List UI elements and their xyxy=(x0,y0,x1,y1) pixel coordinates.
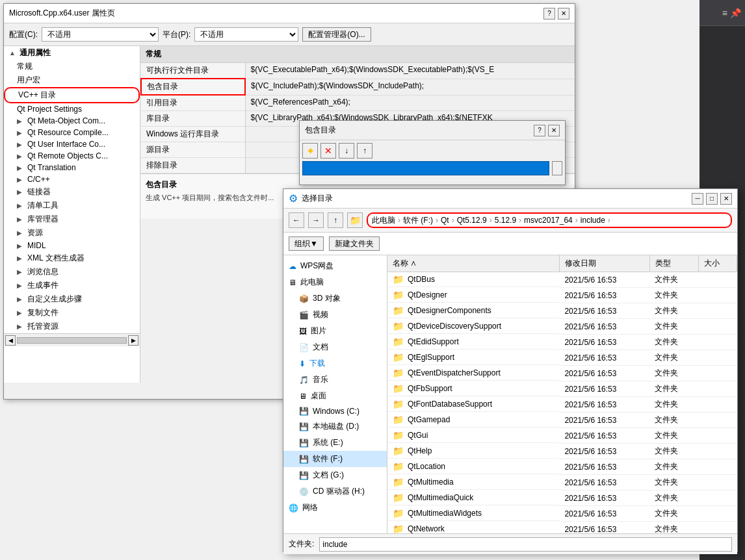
new-folder-button[interactable]: 新建文件夹 xyxy=(329,236,380,251)
col-type[interactable]: 类型 xyxy=(649,255,698,272)
nav-item-label: 文档 xyxy=(313,342,328,353)
include-delete-btn[interactable]: ✕ xyxy=(320,143,336,159)
table-row[interactable]: 📁 QtMultimediaWidgets 2021/5/6 16:53 文件夹 xyxy=(387,506,737,522)
table-row[interactable]: 📁 QtEdidSupport 2021/5/6 16:53 文件夹 xyxy=(387,335,737,350)
folder-icon: 📁 xyxy=(393,508,404,518)
scroll-left-btn[interactable]: ◀ xyxy=(5,335,16,346)
tree-item-custom-step[interactable]: ▶ 自定义生成步骤 xyxy=(4,292,140,306)
breadcrumb-item[interactable]: 5.12.9 xyxy=(495,216,516,225)
col-date[interactable]: 修改日期 xyxy=(559,255,649,272)
table-row[interactable]: 📁 QtMultimediaQuick 2021/5/6 16:53 文件夹 xyxy=(387,490,737,506)
file-footer-input[interactable] xyxy=(319,537,732,552)
tree-item-qt-remote[interactable]: ▶ Qt Remote Objects C... xyxy=(4,150,140,162)
scrollbar-track[interactable] xyxy=(17,337,127,344)
nav-item-downloads[interactable]: ⬇ 下载 xyxy=(283,355,387,372)
breadcrumb-item[interactable]: Qt5.12.9 xyxy=(457,216,487,225)
breadcrumb-item[interactable]: msvc2017_64 xyxy=(524,216,573,225)
file-minimize-button[interactable]: ─ xyxy=(692,193,703,205)
tree-item-qt-translation[interactable]: ▶ Qt Translation xyxy=(4,162,140,173)
table-row[interactable]: 📁 QtDBus 2021/5/6 16:53 文件夹 xyxy=(387,272,737,288)
include-scrollbar[interactable] xyxy=(552,161,562,175)
table-row[interactable]: 📁 QtGui 2021/5/6 16:53 文件夹 xyxy=(387,428,737,444)
nav-item-locald[interactable]: 💾 本地磁盘 (D:) xyxy=(283,418,387,435)
table-row[interactable]: 📁 QtLocation 2021/5/6 16:53 文件夹 xyxy=(387,459,737,475)
nav-item-3d[interactable]: 📦 3D 对象 xyxy=(283,290,387,307)
nav-item-pictures[interactable]: 🖼 图片 xyxy=(283,323,387,339)
table-row[interactable]: 📁 QtHelp 2021/5/6 16:53 文件夹 xyxy=(387,444,737,459)
breadcrumb-bar[interactable]: 此电脑 › 软件 (F:) › Qt › Qt5.12.9 › 5.12.9 ›… xyxy=(367,212,732,228)
col-name[interactable]: 名称 ∧ xyxy=(387,255,559,272)
include-up-btn[interactable]: ↑ xyxy=(357,143,372,159)
table-row[interactable]: 📁 QtGamepad 2021/5/6 16:53 文件夹 xyxy=(387,413,737,428)
col-size[interactable]: 大小 xyxy=(698,255,737,272)
sidebar-pin-btn[interactable]: 📌 xyxy=(730,8,741,18)
include-close-button[interactable]: ✕ xyxy=(548,125,560,136)
breadcrumb-item[interactable]: 软件 (F:) xyxy=(403,215,433,226)
tree-item-user-macros[interactable]: 用户宏 xyxy=(4,73,140,87)
help-button[interactable]: ? xyxy=(543,8,555,19)
tree-item-lib-mgr[interactable]: ▶ 库管理器 xyxy=(4,212,140,226)
nav-item-wps[interactable]: ☁ WPS网盘 xyxy=(283,258,387,274)
tree-item-resource[interactable]: ▶ 资源 xyxy=(4,226,140,240)
include-add-btn[interactable]: ✦ xyxy=(302,143,318,159)
nav-item-documents[interactable]: 📄 文档 xyxy=(283,339,387,355)
tree-item-qt-resource[interactable]: ▶ Qt Resource Compile... xyxy=(4,127,140,138)
nav-item-cdh[interactable]: 💿 CD 驱动器 (H:) xyxy=(283,483,387,500)
table-row[interactable]: 📁 QtEglSupport 2021/5/6 16:53 文件夹 xyxy=(387,350,737,366)
breadcrumb-item[interactable]: 此电脑 xyxy=(372,215,395,226)
nav-item-thispc[interactable]: 🖥 此电脑 xyxy=(283,274,387,290)
tree-label: Qt Resource Compile... xyxy=(27,128,109,137)
breadcrumb-item[interactable]: include xyxy=(581,216,605,225)
table-row[interactable]: 📁 QtEventDispatcherSupport 2021/5/6 16:5… xyxy=(387,366,737,381)
tree-item-vcpp-dirs[interactable]: VC++ 目录 xyxy=(4,87,140,103)
tree-item-managed-res[interactable]: ▶ 托管资源 xyxy=(4,320,140,333)
nav-forward-button[interactable]: → xyxy=(308,212,324,228)
tree-item-midl[interactable]: ▶ MIDL xyxy=(4,240,140,251)
nav-item-network[interactable]: 🌐 网络 xyxy=(283,500,387,516)
sidebar-collapse-btn[interactable]: ≡ xyxy=(722,8,727,18)
table-row[interactable]: 📁 QtFontDatabaseSupport 2021/5/6 16:53 文… xyxy=(387,397,737,413)
tree-item-cpp[interactable]: ▶ C/C++ xyxy=(4,173,140,185)
include-down-btn[interactable]: ↓ xyxy=(339,143,354,159)
tree-item-qt-ui[interactable]: ▶ Qt User Interface Co... xyxy=(4,138,140,150)
tree-item-general[interactable]: 常规 xyxy=(4,60,140,73)
tree-item-copy-files[interactable]: ▶ 复制文件 xyxy=(4,306,140,320)
include-help-button[interactable]: ? xyxy=(534,125,545,136)
tree-scrollbar[interactable]: ◀ ▶ xyxy=(4,333,140,346)
scroll-right-btn[interactable]: ▶ xyxy=(128,335,138,346)
include-textbox[interactable] xyxy=(302,161,549,175)
config-select[interactable]: 不适用 xyxy=(42,27,159,42)
organize-button[interactable]: 组织▼ xyxy=(289,236,324,251)
table-row[interactable]: 📁 QtDesigner 2021/5/6 16:53 文件夹 xyxy=(387,288,737,303)
table-row[interactable]: 📁 QtDesignerComponents 2021/5/6 16:53 文件… xyxy=(387,303,737,319)
tree-item-linker[interactable]: ▶ 链接器 xyxy=(4,185,140,199)
nav-item-video[interactable]: 🎬 视频 xyxy=(283,307,387,323)
nav-item-music[interactable]: 🎵 音乐 xyxy=(283,372,387,388)
breadcrumb-item[interactable]: Qt xyxy=(441,216,449,225)
file-maximize-button[interactable]: □ xyxy=(706,193,718,205)
table-row[interactable]: 📁 QtNetwork 2021/5/6 16:53 文件夹 xyxy=(387,522,737,534)
nav-item-syse[interactable]: 💾 系统 (E:) xyxy=(283,435,387,451)
table-row[interactable]: 📁 QtDeviceDiscoverySupport 2021/5/6 16:5… xyxy=(387,319,737,335)
nav-item-softf[interactable]: 💾 软件 (F:) xyxy=(283,451,387,467)
file-close-button[interactable]: ✕ xyxy=(720,193,732,205)
platform-select[interactable]: 不适用 xyxy=(194,27,298,42)
tree-item-qt-project[interactable]: Qt Project Settings xyxy=(4,103,140,115)
table-row[interactable]: 📁 QtFbSupport 2021/5/6 16:53 文件夹 xyxy=(387,381,737,397)
table-row[interactable]: 📁 QtMultimedia 2021/5/6 16:53 文件夹 xyxy=(387,475,737,490)
close-button[interactable]: ✕ xyxy=(558,8,569,19)
expand-icon: ▶ xyxy=(17,141,25,148)
config-manager-button[interactable]: 配置管理器(O)... xyxy=(302,27,371,42)
file-type: 文件夹 xyxy=(649,428,698,444)
nav-item-winc[interactable]: 💾 Windows (C:) xyxy=(283,404,387,418)
tree-item-browse[interactable]: ▶ 浏览信息 xyxy=(4,265,140,279)
tree-item-qt-meta[interactable]: ▶ Qt Meta-Object Com... xyxy=(4,115,140,127)
tree-item-common-props[interactable]: ▲ 通用属性 xyxy=(4,46,140,60)
tree-item-build-events[interactable]: ▶ 生成事件 xyxy=(4,279,140,292)
nav-item-desktop[interactable]: 🖥 桌面 xyxy=(283,388,387,404)
nav-back-button[interactable]: ← xyxy=(289,212,304,228)
tree-item-manifest[interactable]: ▶ 清单工具 xyxy=(4,199,140,212)
tree-item-xml-doc[interactable]: ▶ XML 文档生成器 xyxy=(4,251,140,265)
nav-item-docg[interactable]: 💾 文档 (G:) xyxy=(283,467,387,483)
nav-up-button[interactable]: ↑ xyxy=(328,212,343,228)
